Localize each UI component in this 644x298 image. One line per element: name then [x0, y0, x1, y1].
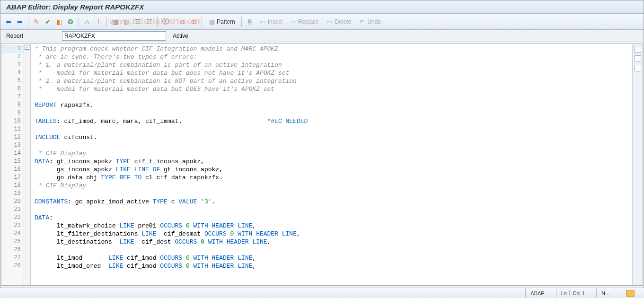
code-line[interactable]: lt_destinations LIKE cif_dest OCCURS 0 W… — [35, 238, 632, 246]
back-button[interactable]: ⬅ — [3, 17, 14, 27]
code-line[interactable]: * CIF Display — [35, 182, 632, 190]
code-line[interactable]: * model for material master data but DOE… — [35, 85, 632, 93]
forward-button[interactable]: ➡ — [15, 17, 25, 27]
code-line[interactable] — [35, 93, 632, 101]
help-button[interactable]: ⓘ — [160, 17, 171, 27]
code-line[interactable]: * 1. a material/plant combination is par… — [35, 61, 632, 69]
code-line[interactable]: DATA: gt_incons_apokz TYPE cif_t_incons_… — [35, 158, 632, 166]
line-number: 16 — [1, 166, 24, 174]
line-number: 13 — [1, 141, 24, 149]
replace-label: Replace — [298, 18, 319, 25]
separator — [157, 17, 158, 27]
pattern-icon: ▥ — [208, 18, 215, 25]
code-line[interactable]: lt_imod LIKE cif_imod OCCURS 0 WITH HEAD… — [35, 254, 632, 262]
line-number: 21 — [1, 206, 24, 214]
code-line[interactable]: INCLUDE cifconst. — [35, 133, 632, 141]
other-object-button[interactable]: ◧ — [54, 17, 64, 27]
code-line[interactable]: * are in sync. There's two types of erro… — [35, 53, 632, 61]
code-line[interactable] — [35, 141, 632, 149]
insert-label: Insert — [268, 18, 282, 25]
code-line[interactable]: * This program check whether CIF Integra… — [35, 45, 632, 53]
code-line[interactable]: * CIF Display — [35, 149, 632, 158]
code-line[interactable]: CONSTANTS: gc_apokz_imod_active TYPE c V… — [35, 198, 632, 206]
code-line[interactable] — [35, 190, 632, 198]
line-number: 26 — [1, 246, 24, 254]
line-number: 17 — [1, 174, 24, 182]
line-number: 14 — [1, 149, 24, 158]
enhance-button[interactable]: ❂ — [65, 17, 76, 27]
separator — [202, 17, 202, 27]
line-number: 5 — [1, 77, 24, 85]
where-used-button[interactable]: ⌂ — [82, 17, 92, 27]
report-status: Active — [173, 33, 188, 39]
code-line[interactable] — [35, 109, 632, 117]
line-number: 15 — [1, 158, 24, 166]
delete-button: ▭ Delete — [323, 17, 355, 27]
delete-icon: ▭ — [326, 18, 333, 25]
line-number: 18 — [1, 182, 24, 190]
pattern-button[interactable]: ▥ Pattern — [205, 17, 238, 27]
line-number: 23 — [1, 222, 24, 230]
code-line[interactable]: * 2. a material/plant combination is NOT… — [35, 77, 632, 85]
code-line[interactable]: gs_incons_apokz LIKE LINE OF gt_incons_a… — [35, 166, 632, 174]
code-area[interactable]: * This program check whether CIF Integra… — [31, 44, 632, 285]
code-line[interactable]: lt_matwrk_choice LIKE pre01 OCCURS 0 WIT… — [35, 222, 632, 230]
block2-button[interactable]: ☰ — [132, 17, 143, 27]
line-number: 19 — [1, 190, 24, 198]
editor-side-toolbar — [632, 44, 643, 285]
code-line[interactable]: DATA: — [35, 214, 632, 222]
line-number: 2 — [1, 53, 24, 61]
undo-button: ↶ Undo — [355, 17, 384, 27]
undo-icon: ↶ — [359, 18, 365, 25]
pretty-printer-button[interactable]: ☷ — [144, 17, 154, 27]
toggle-button[interactable]: ✎ — [31, 17, 42, 27]
separator — [174, 17, 174, 27]
code-line[interactable]: TABLES: cif_imod, marc, mara, cif_immat.… — [35, 117, 632, 125]
replace-button: ▭ Replace — [286, 17, 322, 27]
object-button[interactable]: ▥ — [110, 17, 120, 27]
status-spacer — [5, 288, 519, 298]
clipboard-button[interactable]: ⎘ — [245, 17, 255, 27]
code-line[interactable]: lt_filter_destinations LIKE cif_desmat O… — [35, 230, 632, 238]
separator — [79, 17, 79, 27]
line-number: 22 — [1, 214, 24, 222]
line-number: 28 — [1, 262, 24, 270]
code-line[interactable] — [35, 246, 632, 254]
side-tool-3[interactable] — [635, 65, 641, 71]
line-number: 7 — [1, 93, 24, 101]
line-number: 8 — [1, 101, 24, 109]
layout-icon[interactable] — [626, 290, 635, 297]
line-number: 3 — [1, 61, 24, 69]
line-number: 6 — [1, 85, 24, 93]
report-name-input[interactable] — [62, 31, 166, 41]
display-list-button[interactable]: ! — [93, 17, 104, 27]
line-number: 9 — [1, 109, 24, 117]
code-line[interactable]: go_data_obj TYPE REF TO cl_cif_data_rapo… — [35, 174, 632, 182]
code-editor[interactable]: 1234567891011121314151617181920212223242… — [1, 44, 643, 286]
code-line[interactable] — [35, 125, 632, 133]
status-position: Ln 1 Col 1 — [556, 288, 590, 298]
code-line[interactable]: * model for material master data but doe… — [35, 69, 632, 77]
toolbar: ⬅ ➡ ✎ ✔ ◧ ❂ ⌂ ! ▥ ▦ ☰ ☷ ⓘ ⦸ ⦶ ▥ Pattern … — [0, 14, 644, 30]
line-number: 12 — [1, 133, 24, 141]
pattern-label: Pattern — [217, 18, 235, 25]
breakpoint-session-button[interactable]: ⦸ — [177, 17, 187, 27]
undo-label: Undo — [367, 18, 381, 25]
line-number: 1 — [1, 45, 24, 53]
side-tool-1[interactable] — [635, 46, 641, 53]
code-line[interactable]: REPORT rapokzfx. — [35, 101, 632, 109]
fold-column[interactable]: - — [24, 44, 31, 285]
activate-button[interactable]: ✔ — [43, 17, 53, 27]
separator — [241, 17, 242, 27]
status-lang: ABAP — [525, 288, 549, 298]
fold-toggle-icon[interactable]: - — [25, 45, 29, 50]
breakpoint-external-button[interactable]: ⦶ — [188, 17, 199, 27]
code-line[interactable] — [35, 206, 632, 214]
line-number: 4 — [1, 69, 24, 77]
side-tool-2[interactable] — [635, 55, 641, 62]
block-button[interactable]: ▦ — [121, 17, 132, 27]
line-number: 24 — [1, 230, 24, 238]
status-icon[interactable] — [621, 288, 639, 298]
separator — [106, 17, 107, 27]
code-line[interactable]: lt_imod_ored LIKE cif_imod OCCURS 0 WITH… — [35, 262, 632, 270]
